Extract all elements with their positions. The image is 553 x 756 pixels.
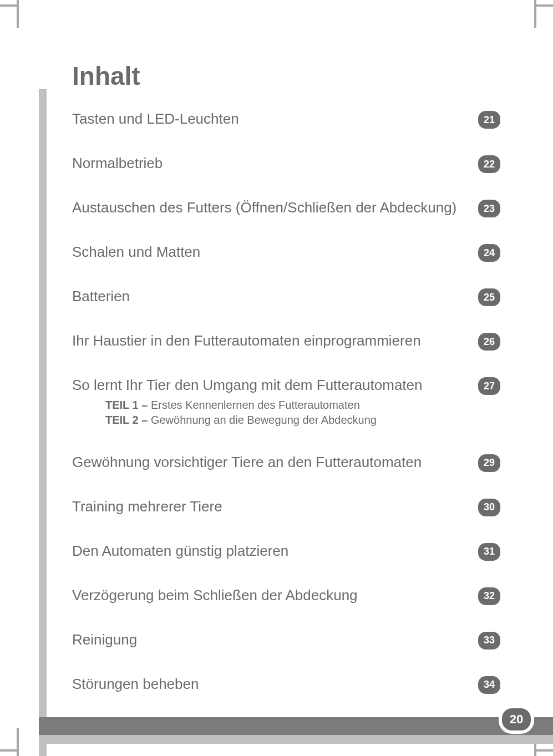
toc-entry-title: Tasten und LED-Leuchten	[72, 110, 467, 128]
crop-mark	[0, 749, 17, 752]
toc-entry: Schalen und Matten	[72, 243, 467, 261]
toc-entry: Austauschen des Futters (Öffnen/Schließe…	[72, 199, 467, 217]
toc-entry-title: Ihr Haustier in den Futterautomaten einp…	[72, 332, 467, 350]
toc-entry: Normalbetrieb	[72, 154, 467, 172]
toc-entry: Verzögerung beim Schließen der Abdeckung	[72, 586, 467, 605]
toc-row: Normalbetrieb 22	[72, 154, 500, 173]
toc-page-number: 27	[478, 377, 500, 395]
toc-entry: Training mehrerer Tiere	[72, 498, 467, 516]
toc-entry-title: Gewöhnung vorsichtiger Tiere an den Futt…	[72, 453, 467, 471]
toc-page-number: 21	[478, 111, 500, 129]
toc-row: Batterien 25	[72, 287, 500, 306]
toc-page-number: 30	[478, 499, 500, 516]
toc-entry-title: Training mehrerer Tiere	[72, 498, 467, 516]
toc-row: Schalen und Matten 24	[72, 243, 500, 262]
toc-entry-title: Den Automaten günstig platzieren	[72, 542, 467, 560]
toc-entry-title: Störungen beheben	[72, 675, 467, 693]
toc-page-number: 34	[478, 676, 500, 694]
footer-bar-dark	[39, 717, 553, 735]
footer-bar-light	[39, 735, 553, 744]
page-content: Inhalt Tasten und LED-Leuchten 21 Normal…	[72, 61, 500, 712]
crop-mark	[536, 749, 553, 752]
toc-page-number: 26	[478, 333, 500, 351]
toc-entry: Den Automaten günstig platzieren	[72, 542, 467, 560]
crop-mark	[534, 0, 536, 28]
toc-entry-title: Reinigung	[72, 631, 467, 649]
toc-entry-title: Batterien	[72, 287, 467, 306]
toc-entry: Störungen beheben	[72, 675, 467, 693]
toc-sub-text: Erstes Kennenlernen des Futterautomaten	[151, 399, 360, 411]
toc-row: Austauschen des Futters (Öffnen/Schließe…	[72, 199, 500, 217]
crop-mark	[0, 4, 17, 7]
toc-row: Verzögerung beim Schließen der Abdeckung…	[72, 586, 500, 605]
toc-row: So lernt Ihr Tier den Umgang mit dem Fut…	[72, 376, 500, 428]
toc-page-number: 24	[478, 244, 500, 262]
toc-entry: Reinigung	[72, 631, 467, 649]
toc-entry: Gewöhnung vorsichtiger Tiere an den Futt…	[72, 453, 467, 471]
toc-row: Störungen beheben 34	[72, 675, 500, 694]
toc-entry-title: Schalen und Matten	[72, 243, 467, 261]
table-of-contents: Tasten und LED-Leuchten 21 Normalbetrieb…	[72, 110, 500, 738]
toc-page-number: 25	[478, 288, 500, 306]
toc-sub-bold: TEIL 1 –	[105, 399, 151, 411]
toc-row: Ihr Haustier in den Futterautomaten einp…	[72, 332, 500, 351]
toc-page-number: 32	[478, 587, 500, 605]
toc-entry-title: Verzögerung beim Schließen der Abdeckung	[72, 586, 467, 605]
toc-row: Tasten und LED-Leuchten 21	[72, 110, 500, 129]
toc-page-number: 29	[478, 454, 500, 472]
toc-row: Training mehrerer Tiere 30	[72, 498, 500, 516]
toc-entry-sub: TEIL 1 – Erstes Kennenlernen des Futtera…	[72, 398, 467, 428]
toc-page-number: 23	[478, 200, 500, 217]
toc-row: Reinigung 33	[72, 631, 500, 650]
page-title: Inhalt	[72, 61, 500, 91]
crop-mark	[17, 0, 19, 28]
toc-entry: So lernt Ihr Tier den Umgang mit dem Fut…	[72, 376, 467, 428]
toc-page-number: 31	[478, 543, 500, 561]
left-margin-bar	[39, 89, 47, 756]
toc-entry-title: Austauschen des Futters (Öffnen/Schließe…	[72, 199, 467, 217]
toc-entry: Ihr Haustier in den Futterautomaten einp…	[72, 332, 467, 350]
toc-entry: Batterien	[72, 287, 467, 306]
page-number-badge: 20	[502, 708, 531, 730]
toc-page-number: 33	[478, 632, 500, 650]
crop-mark	[17, 728, 19, 756]
toc-row: Den Automaten günstig platzieren 31	[72, 542, 500, 561]
toc-sub-bold: TEIL 2 –	[105, 414, 151, 426]
toc-entry: Tasten und LED-Leuchten	[72, 110, 467, 128]
toc-entry-title: So lernt Ihr Tier den Umgang mit dem Fut…	[72, 376, 467, 394]
crop-mark	[536, 4, 553, 7]
toc-row: Gewöhnung vorsichtiger Tiere an den Futt…	[72, 453, 500, 472]
toc-page-number: 22	[478, 155, 500, 173]
toc-sub-text: Gewöhnung an die Bewegung der Abdeckung	[151, 414, 377, 426]
toc-entry-title: Normalbetrieb	[72, 154, 467, 172]
